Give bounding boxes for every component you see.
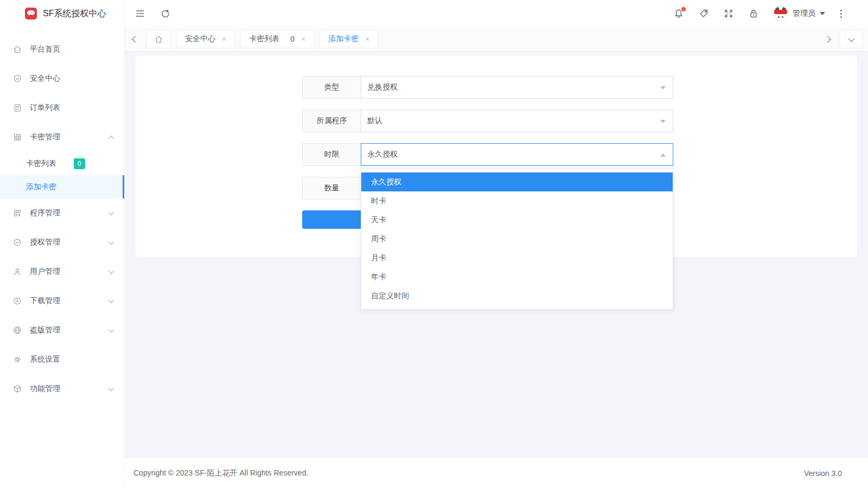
fullscreen-icon[interactable] bbox=[723, 8, 734, 19]
top-header: 管理员 bbox=[125, 0, 868, 27]
sidebar-item-label: 盗版管理 bbox=[30, 325, 60, 335]
tab-label: 卡密列表 bbox=[249, 34, 279, 44]
form-row-program: 所属程序 默认 bbox=[302, 110, 673, 132]
notification-dot bbox=[681, 7, 686, 11]
sidebar-item-feature-management[interactable]: 功能管理 bbox=[0, 374, 124, 403]
sidebar-item-user-management[interactable]: 用户管理 bbox=[0, 257, 124, 286]
shield-icon bbox=[12, 74, 22, 84]
sidebar-item-label: 安全中心 bbox=[30, 74, 60, 84]
tag-icon[interactable] bbox=[698, 8, 709, 19]
lock-icon[interactable] bbox=[748, 8, 759, 19]
dropdown-option[interactable]: 周卡 bbox=[361, 229, 673, 248]
quantity-label: 数量 bbox=[302, 177, 361, 200]
sidebar-subitem-add-card-key[interactable]: 添加卡密 bbox=[0, 175, 124, 198]
sidebar-item-label: 订单列表 bbox=[30, 103, 60, 113]
sidebar-item-piracy-management[interactable]: 盗版管理 bbox=[0, 316, 124, 345]
authorization-icon bbox=[12, 237, 22, 247]
chevron-down-icon bbox=[108, 385, 114, 391]
active-indicator bbox=[123, 175, 124, 198]
user-icon bbox=[12, 267, 22, 277]
caret-up-icon bbox=[660, 153, 666, 157]
add-card-key-panel: 类型 兑换授权 所属程序 默认 时限 永久授权 bbox=[136, 56, 857, 256]
dropdown-option[interactable]: 自定义时间 bbox=[361, 286, 673, 305]
sidebar-item-card-key-management[interactable]: 卡密管理 bbox=[0, 123, 124, 152]
dropdown-option[interactable]: 天卡 bbox=[361, 210, 673, 229]
footer: Copyright © 2023 SF-陌上花开 All Rights Rese… bbox=[125, 458, 868, 488]
close-icon[interactable]: × bbox=[222, 35, 226, 43]
tabs-scroll-right-button[interactable] bbox=[821, 30, 833, 48]
sidebar-item-system-settings[interactable]: 系统设置 bbox=[0, 345, 124, 374]
content-area: 类型 兑换授权 所属程序 默认 时限 永久授权 bbox=[125, 52, 868, 458]
home-icon bbox=[154, 35, 163, 44]
tabs-dropdown-button[interactable] bbox=[840, 30, 863, 48]
dropdown-option[interactable]: 时卡 bbox=[361, 191, 673, 210]
chevron-down-icon bbox=[108, 326, 114, 332]
tab-card-key-list[interactable]: 卡密列表 0 × bbox=[240, 30, 314, 48]
caret-down-icon bbox=[820, 12, 825, 15]
piracy-icon bbox=[12, 325, 22, 335]
tab-label: 添加卡密 bbox=[328, 34, 359, 44]
tab-security-center[interactable]: 安全中心 × bbox=[176, 30, 235, 48]
close-icon[interactable]: × bbox=[301, 35, 305, 43]
add-card-key-form: 类型 兑换授权 所属程序 默认 时限 永久授权 bbox=[302, 76, 673, 229]
type-select-value: 兑换授权 bbox=[367, 82, 398, 92]
sidebar-item-label: 卡密管理 bbox=[30, 132, 60, 142]
program-select-value: 默认 bbox=[367, 116, 382, 126]
close-icon[interactable]: × bbox=[365, 35, 369, 43]
app-logo-icon bbox=[25, 8, 37, 20]
tab-count: 0 bbox=[290, 35, 295, 43]
program-select[interactable]: 默认 bbox=[361, 110, 673, 132]
duration-label: 时限 bbox=[302, 143, 361, 166]
sidebar-item-security-center[interactable]: 安全中心 bbox=[0, 64, 124, 93]
app-title: SF系统授权中心 bbox=[43, 8, 106, 20]
sidebar-subitem-label: 添加卡密 bbox=[26, 182, 56, 192]
sidebar: SF系统授权中心 平台首页 安全中心 订单列表 卡密管理 卡密列表 0 bbox=[0, 0, 125, 488]
duration-select[interactable]: 永久授权 bbox=[361, 143, 673, 166]
sidebar-subitem-label: 卡密列表 bbox=[26, 159, 56, 169]
sidebar-item-label: 系统设置 bbox=[30, 355, 60, 364]
chevron-down-icon bbox=[108, 209, 114, 215]
more-menu-icon[interactable] bbox=[839, 9, 843, 19]
dropdown-option[interactable]: 年卡 bbox=[361, 267, 673, 286]
order-list-icon bbox=[12, 103, 22, 113]
notification-bell-icon[interactable] bbox=[673, 8, 684, 19]
caret-down-icon bbox=[660, 120, 666, 123]
sidebar-item-label: 下载管理 bbox=[30, 296, 60, 306]
sidebar-item-label: 用户管理 bbox=[30, 267, 60, 277]
program-icon bbox=[12, 208, 22, 218]
sidebar-item-home[interactable]: 平台首页 bbox=[0, 35, 124, 64]
chevron-down-icon bbox=[108, 268, 114, 274]
download-icon bbox=[12, 296, 22, 306]
tabs-scroll-left-button[interactable] bbox=[129, 30, 141, 48]
tab-label: 安全中心 bbox=[185, 34, 215, 44]
tab-home[interactable] bbox=[146, 30, 171, 48]
type-select[interactable]: 兑换授权 bbox=[361, 76, 673, 99]
sidebar-subitem-card-key-list[interactable]: 卡密列表 0 bbox=[0, 152, 124, 175]
version-text: Version 3.0 bbox=[804, 469, 842, 478]
sidebar-item-label: 平台首页 bbox=[30, 44, 60, 54]
sidebar-item-label: 功能管理 bbox=[30, 384, 60, 394]
sidebar-item-authorization-management[interactable]: 授权管理 bbox=[0, 228, 124, 257]
dropdown-option[interactable]: 永久授权 bbox=[361, 172, 673, 191]
type-label: 类型 bbox=[302, 76, 361, 99]
tab-bar: 安全中心 × 卡密列表 0 × 添加卡密 × bbox=[125, 27, 868, 52]
chevron-up-icon bbox=[108, 136, 114, 142]
sidebar-item-download-management[interactable]: 下载管理 bbox=[0, 286, 124, 316]
tab-add-card-key[interactable]: 添加卡密 × bbox=[320, 30, 378, 48]
dropdown-option[interactable]: 月卡 bbox=[361, 248, 673, 267]
sidebar-item-order-list[interactable]: 订单列表 bbox=[0, 93, 124, 123]
card-key-icon bbox=[12, 132, 22, 142]
user-menu[interactable]: 管理员 bbox=[773, 6, 825, 21]
collapse-sidebar-icon[interactable] bbox=[135, 8, 145, 19]
sidebar-menu: 平台首页 安全中心 订单列表 卡密管理 卡密列表 0 添加卡密 bbox=[0, 27, 124, 403]
caret-down-icon bbox=[660, 86, 666, 89]
app-logo: SF系统授权中心 bbox=[0, 0, 124, 27]
chevron-down-icon bbox=[108, 239, 114, 245]
feature-cube-icon bbox=[12, 384, 22, 394]
refresh-icon[interactable] bbox=[160, 8, 171, 19]
avatar bbox=[773, 6, 788, 21]
home-icon bbox=[12, 44, 22, 54]
form-row-duration: 时限 永久授权 bbox=[302, 143, 673, 166]
sidebar-item-program-management[interactable]: 程序管理 bbox=[0, 198, 124, 228]
sidebar-item-label: 程序管理 bbox=[30, 208, 60, 218]
